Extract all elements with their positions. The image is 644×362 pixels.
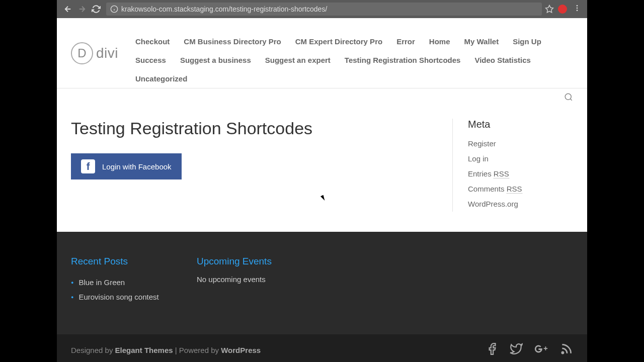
- list-item: Blue in Green: [71, 275, 172, 290]
- recent-post-link[interactable]: Eurovision song contest: [78, 293, 158, 301]
- reload-button[interactable]: [89, 2, 103, 16]
- facebook-social-icon[interactable]: [486, 342, 499, 357]
- bookmark-star-icon[interactable]: [545, 5, 554, 14]
- no-events-text: No upcoming events: [197, 275, 297, 284]
- search-icon[interactable]: [564, 93, 573, 104]
- logo-text: divi: [96, 45, 118, 61]
- browser-menu-icon[interactable]: [571, 4, 583, 14]
- nav-my-wallet[interactable]: My Wallet: [457, 32, 506, 51]
- nav-home[interactable]: Home: [422, 32, 457, 51]
- facebook-icon: f: [81, 159, 95, 173]
- url-text: krakowsolo-com.stackstaging.com/testing-…: [121, 5, 327, 13]
- recent-posts-title: Recent Posts: [71, 256, 172, 267]
- nav-cm-business-directory[interactable]: CM Business Directory Pro: [177, 32, 288, 51]
- meta-entries-rss[interactable]: Entries RSS: [468, 169, 509, 178]
- list-item: Eurovision song contest: [71, 290, 172, 304]
- facebook-login-label: Login with Facebook: [102, 162, 172, 171]
- meta-login[interactable]: Log in: [468, 154, 489, 163]
- meta-list: Register Log in Entries RSS Comments RSS…: [468, 136, 573, 212]
- search-row: [57, 88, 587, 104]
- rss-social-icon[interactable]: [560, 342, 573, 357]
- svg-point-7: [565, 94, 571, 100]
- svg-marker-3: [546, 6, 553, 13]
- site-logo[interactable]: D divi: [71, 27, 118, 88]
- upcoming-events-title: Upcoming Events: [197, 256, 297, 267]
- primary-nav: Checkout CM Business Directory Pro CM Ex…: [128, 27, 573, 88]
- nav-uncategorized[interactable]: Uncategorized: [128, 69, 194, 88]
- facebook-login-button[interactable]: f Login with Facebook: [71, 153, 182, 179]
- extension-icon[interactable]: [558, 5, 567, 14]
- svg-line-8: [570, 99, 572, 100]
- page-viewport: D divi Checkout CM Business Directory Pr…: [57, 18, 587, 362]
- nav-video-statistics[interactable]: Video Statistics: [467, 51, 537, 69]
- site-info-icon[interactable]: [110, 5, 118, 13]
- nav-checkout[interactable]: Checkout: [128, 32, 177, 51]
- nav-cm-expert-directory[interactable]: CM Expert Directory Pro: [288, 32, 389, 51]
- nav-testing-registration[interactable]: Testing Registration Shortcodes: [338, 51, 468, 69]
- google-plus-social-icon[interactable]: [534, 342, 549, 357]
- recent-post-link[interactable]: Blue in Green: [78, 278, 125, 287]
- footer-widgets: Recent Posts Blue in Green Eurovision so…: [57, 232, 587, 334]
- nav-suggest-business[interactable]: Suggest a business: [173, 51, 258, 69]
- logo-mark: D: [71, 42, 93, 64]
- browser-toolbar: krakowsolo-com.stackstaging.com/testing-…: [57, 0, 587, 18]
- nav-error[interactable]: Error: [389, 32, 422, 51]
- nav-sign-up[interactable]: Sign Up: [506, 32, 548, 51]
- page-title: Testing Registration Shortcodes: [71, 119, 432, 138]
- nav-suggest-expert[interactable]: Suggest an expert: [258, 51, 338, 69]
- svg-point-9: [562, 352, 564, 353]
- social-icons: [486, 342, 573, 357]
- svg-point-6: [577, 10, 578, 11]
- sidebar: Meta Register Log in Entries RSS Comment…: [452, 119, 573, 212]
- recent-posts-list: Blue in Green Eurovision song contest: [71, 275, 172, 304]
- upcoming-events-widget: Upcoming Events No upcoming events: [197, 256, 297, 304]
- site-header: D divi Checkout CM Business Directory Pr…: [57, 18, 587, 88]
- nav-success[interactable]: Success: [128, 51, 173, 69]
- footer-bottom: Designed by Elegant Themes | Powered by …: [57, 334, 587, 362]
- address-bar[interactable]: krakowsolo-com.stackstaging.com/testing-…: [106, 3, 542, 16]
- svg-point-4: [577, 5, 578, 7]
- main-content: Testing Registration Shortcodes f Login …: [71, 119, 452, 212]
- wordpress-link[interactable]: WordPress: [221, 346, 261, 354]
- twitter-social-icon[interactable]: [510, 342, 523, 357]
- meta-wordpress-org[interactable]: WordPress.org: [468, 200, 518, 208]
- recent-posts-widget: Recent Posts Blue in Green Eurovision so…: [71, 256, 172, 304]
- content-area: Testing Registration Shortcodes f Login …: [57, 104, 587, 232]
- meta-widget-title: Meta: [468, 119, 573, 130]
- meta-register[interactable]: Register: [468, 139, 496, 148]
- forward-button[interactable]: [75, 2, 89, 16]
- svg-point-5: [577, 8, 578, 9]
- back-button[interactable]: [61, 2, 75, 16]
- footer-credits: Designed by Elegant Themes | Powered by …: [71, 346, 261, 354]
- meta-comments-rss[interactable]: Comments RSS: [468, 185, 522, 194]
- elegant-themes-link[interactable]: Elegant Themes: [115, 346, 173, 354]
